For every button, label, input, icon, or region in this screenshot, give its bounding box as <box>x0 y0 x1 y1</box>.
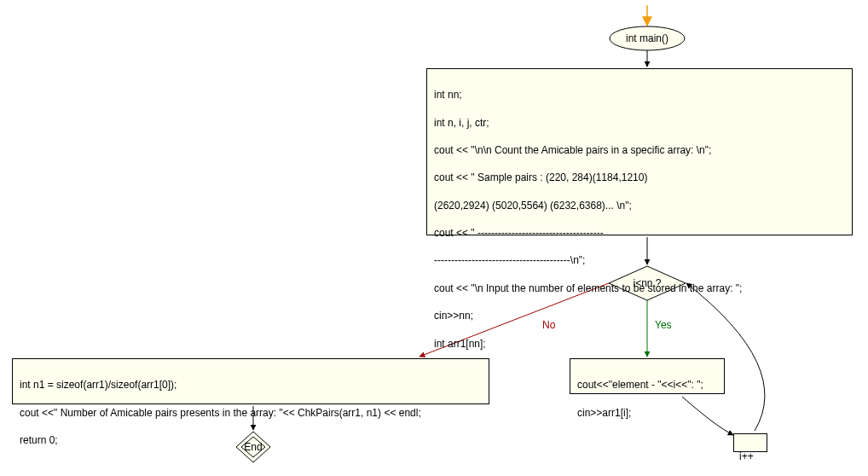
init-l3: cout << " Sample pairs : (220, 284)(1184… <box>434 171 845 184</box>
init-l7: cout << "\n Input the number of elements… <box>434 282 845 295</box>
node-increment: i++ <box>733 433 767 452</box>
node-result: int n1 = sizeof(arr1)/sizeof(arr1[0]); c… <box>12 358 489 404</box>
init-l8: cin>>nn; <box>434 309 845 322</box>
label-no: No <box>542 319 555 331</box>
node-init: int nn; int n, i, j, ctr; cout << "\n\n … <box>426 68 853 235</box>
loop-l0: cout<<"element - "<<i<<": "; <box>577 378 717 392</box>
init-l4: (2620,2924) (5020,5564) (6232,6368)... \… <box>434 199 845 212</box>
inc-label: i++ <box>739 450 761 463</box>
node-loop-body: cout<<"element - "<<i<<": "; cin>>arr1[i… <box>570 358 725 394</box>
init-l0: int nn; <box>434 88 845 102</box>
init-l2: cout << "\n\n Count the Amicable pairs i… <box>434 143 845 157</box>
res-l2: return 0; <box>20 433 482 447</box>
label-yes: Yes <box>655 319 672 331</box>
node-start <box>610 26 685 50</box>
init-l9: int arr1[nn]; <box>434 337 845 351</box>
init-l6: ----------------------------------------… <box>434 253 845 267</box>
start-label: int main() <box>626 32 668 44</box>
res-l0: int n1 = sizeof(arr1)/sizeof(arr1[0]); <box>20 378 482 392</box>
init-l5: cout << " ------------------------------… <box>434 226 845 240</box>
loop-l1: cin>>arr1[i]; <box>577 406 717 420</box>
init-l1: int n, i, j, ctr; <box>434 116 845 130</box>
res-l1: cout <<" Number of Amicable pairs presen… <box>20 406 482 420</box>
